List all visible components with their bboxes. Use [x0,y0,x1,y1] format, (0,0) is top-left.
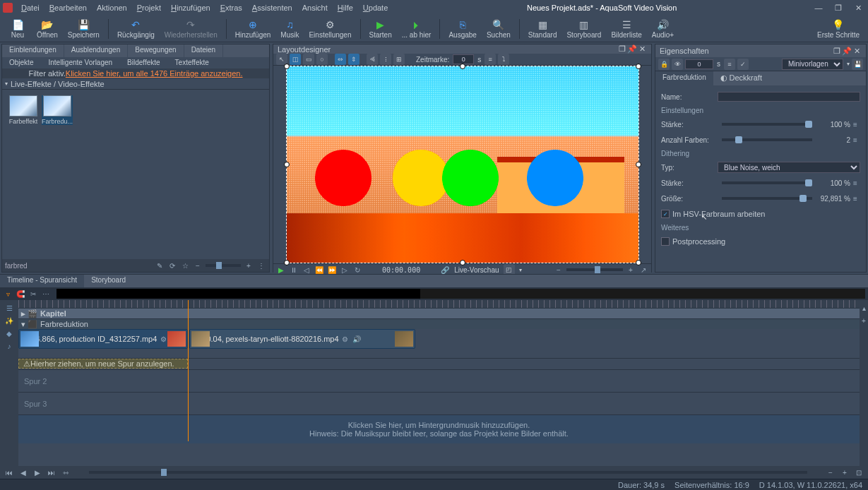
abhier-button[interactable]: ⏵... ab hier [398,16,436,42]
playhead[interactable] [188,300,189,441]
step-back-icon[interactable]: ⏪ [314,265,324,275]
stepper-icon[interactable]: ≡ [850,135,860,145]
resize-handle-bm[interactable] [460,260,465,265]
prop-time-input[interactable] [685,59,713,69]
grid-icon[interactable]: ⊞ [393,54,405,65]
tab-timeline[interactable]: Timeline - Spuransicht [0,275,84,287]
timeline-overview[interactable] [57,289,865,299]
stepper-icon[interactable]: ≡ [484,54,496,65]
zoom-in-icon[interactable]: + [840,467,850,477]
panel-maximize-icon[interactable]: ❐ [832,47,842,56]
menu-aktionen[interactable]: Aktionen [93,2,131,13]
cut-icon[interactable]: ✂ [28,289,38,299]
next-frame-icon[interactable]: ▷ [340,265,350,275]
tab-ausblendungen[interactable]: Ausblendungen [64,44,129,57]
wand-icon[interactable]: ✎ [155,261,165,270]
tab-deckkraft[interactable]: ◐ Deckkraft [713,71,769,85]
tab-farbreduktion[interactable]: Farbreduktion [655,71,713,85]
music-track[interactable]: Klicken Sie hier, um Hintergrundmusik hi… [18,415,860,443]
refresh-icon[interactable]: ⟳ [167,261,177,270]
standard-button[interactable]: ▦Standard [524,16,561,42]
preview-zoom-slider[interactable] [566,268,623,271]
spur3-track[interactable]: Spur 3 [18,393,860,415]
starten-button[interactable]: ▶Starten [365,16,396,42]
staerke-slider[interactable] [722,123,812,126]
clip-production4312257[interactable]: 00:14.866, production ID_4312257.mp4 ⚙ 🔊 [18,329,188,349]
wiederherstellen-button[interactable]: ↷Wiederherstellen [160,16,222,42]
subtab-vorlagen[interactable]: Intelligente Vorlagen [41,57,120,68]
suchen-button[interactable]: 🔍Suchen [482,16,515,42]
audio-track-icon[interactable]: ♪ [4,341,14,351]
rueckgaengig-button[interactable]: ↶Rückgängig [113,16,159,42]
subtab-objekte[interactable]: Objekte [2,57,41,68]
name-input[interactable] [718,92,860,102]
bilderliste-button[interactable]: ☰Bilderliste [607,16,646,42]
menu-projekt[interactable]: Projekt [133,2,165,13]
neu-button[interactable]: 📄Neu [4,16,31,42]
marker-icon[interactable]: ▿ [3,289,13,299]
resize-handle-tm[interactable] [460,64,465,69]
timeline-zoom-slider[interactable] [89,471,807,474]
step-fwd-icon[interactable]: ⏩ [327,265,337,275]
audio-icon[interactable]: 🔊 [352,334,362,344]
hsv-checkbox-row[interactable]: ✓Im HSV-Farbraum arbeiten↖ [661,207,860,221]
menu-datei[interactable]: Datei [17,2,44,13]
speichern-button[interactable]: 💾Speichern [64,16,104,42]
subtab-bildeffekte[interactable]: Bildeffekte [120,57,168,68]
link-icon[interactable]: 🔗 [440,265,450,275]
save-preset-icon[interactable]: 💾 [852,59,863,70]
resize-handle-ml[interactable] [284,162,290,167]
fit-width-icon[interactable]: ⇿ [61,467,71,477]
resize-handle-tl[interactable] [284,64,290,69]
star-icon[interactable]: ☆ [180,261,190,270]
effects-search-input[interactable] [5,262,152,270]
stepper-icon[interactable]: ≡ [850,119,860,129]
effects-track-icon[interactable]: ✨ [4,316,14,325]
spur2-track[interactable]: Spur 2 [18,370,860,393]
tab-storyboard[interactable]: Storyboard [84,275,133,287]
goto-icon[interactable]: ⤵ [498,54,509,65]
einstellungen-button[interactable]: ⚙Einstellungen [304,16,355,42]
menu-assistenten[interactable]: Assistenten [248,2,297,13]
ausgabe-button[interactable]: ⎘Ausgabe [444,16,480,42]
preview-viewport[interactable] [273,66,651,263]
tracks-icon[interactable]: ☰ [4,303,14,313]
zoom-out-icon[interactable]: − [554,265,564,275]
stepper-icon[interactable]: ≡ [850,193,860,203]
panel-close-icon[interactable]: ✕ [852,47,862,56]
effect-farbreduktion[interactable]: Farbredu... [42,95,73,125]
select-tool-icon[interactable]: ◫ [290,54,301,65]
rect-tool-icon[interactable]: ▭ [303,54,314,65]
filter-clear-link[interactable]: Klicken Sie hier, um alle 1476 Einträge … [66,69,243,78]
selected-object-frame[interactable] [286,66,639,263]
align-top-icon[interactable]: ⫶ [380,54,391,65]
menu-hilfe[interactable]: Hilfe [333,2,357,13]
resize-handle-br[interactable] [636,260,641,265]
lock-x-icon[interactable]: ⇔ [335,54,346,65]
resize-handle-bl[interactable] [284,260,290,265]
menu-icon[interactable]: ⋮ [256,261,266,270]
timeline-ruler[interactable] [18,300,860,309]
panel-maximize-icon[interactable]: ❐ [617,44,627,54]
menu-extras[interactable]: Extras [216,2,246,13]
thumb-size-slider[interactable] [206,264,241,267]
collapse-icon[interactable]: ▴ [859,303,868,313]
zoom-in-icon[interactable]: + [626,265,636,275]
add-track-icon[interactable]: + [859,316,868,325]
settings-icon[interactable]: ⚙ [340,334,350,344]
drop-track[interactable]: ⚠ Hierher ziehen, um neue Spur anzulegen… [18,359,860,370]
resize-handle-mr[interactable] [636,162,641,167]
go-end-icon[interactable]: ⏭ [47,467,57,477]
zeitmarke-input[interactable] [453,54,474,64]
menu-update[interactable]: Update [359,2,392,13]
minivorlagen-select[interactable]: Minivorlagen [782,59,843,70]
chevron-down-icon[interactable]: ▾ [519,267,522,273]
markers-icon[interactable]: ◆ [4,328,14,338]
zoom-out-icon[interactable]: − [193,261,203,270]
typ-select[interactable]: Blue Noise, weich [718,162,860,173]
dither-staerke-slider[interactable] [722,181,812,184]
audioplus-button[interactable]: 🔊Audio+ [648,16,678,42]
misc-icon[interactable]: ⋯ [41,289,51,299]
effects-section-header[interactable]: ▾Live-Effekte / Video-Effekte [2,78,269,90]
panel-pin-icon[interactable]: 📌 [627,44,637,54]
